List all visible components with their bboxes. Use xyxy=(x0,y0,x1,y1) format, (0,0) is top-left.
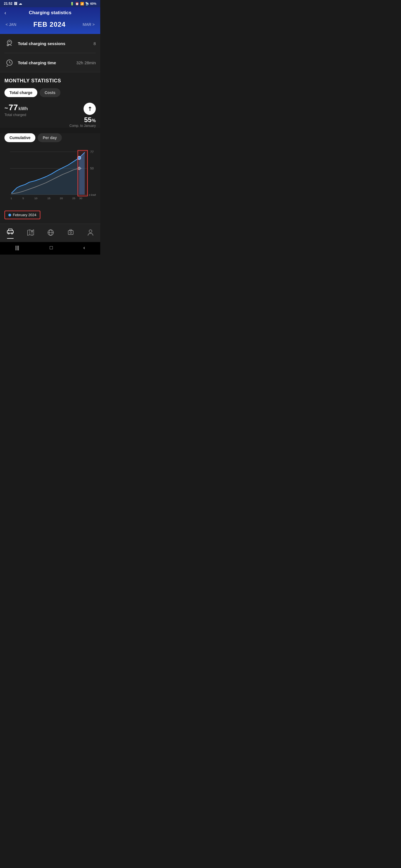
svg-text:50: 50 xyxy=(90,167,93,170)
svg-rect-34 xyxy=(69,229,72,230)
system-navigation-bar: ||| □ ‹ xyxy=(0,242,100,254)
chart-toggle-group: Cumulative Per day xyxy=(4,133,96,142)
chart-svg: 77 50 0 kWh 1 5 10 15 20 25 30 xyxy=(4,146,96,207)
time-stat-row: Total charging time 32h 28min xyxy=(4,53,96,72)
comparison-arrow-icon: ↗ xyxy=(86,105,94,113)
next-month-button[interactable]: MAR > xyxy=(83,22,95,27)
charge-unit: kWh xyxy=(18,106,28,111)
current-month-label: FEB 2024 xyxy=(33,21,66,28)
legend-item-feb2024: February 2024 xyxy=(4,211,40,219)
monthly-title: MONTHLY STATISTICS xyxy=(4,78,96,84)
chart-legend: February 2024 xyxy=(4,211,96,219)
chart-wrapper: 77 50 0 kWh 1 5 10 15 20 25 30 xyxy=(4,146,96,207)
charge-number: 77 xyxy=(9,103,18,112)
signal-icon: 📡 xyxy=(85,2,89,6)
svg-text:15: 15 xyxy=(47,197,51,200)
charge-amount-main: ~ 77 kWh xyxy=(4,103,28,112)
comparison-symbol: % xyxy=(92,118,96,123)
globe-icon xyxy=(47,229,54,238)
comparison-group: ↗ 55 % Comp. to January xyxy=(69,103,96,128)
comparison-badge: ↗ xyxy=(84,103,96,115)
battery-percent: 60% xyxy=(90,2,96,5)
legend-dot-feb2024 xyxy=(8,214,11,216)
comparison-number: 55 xyxy=(84,116,92,124)
nav-item-car[interactable] xyxy=(3,227,18,240)
service-icon xyxy=(67,229,74,238)
profile-icon xyxy=(87,229,94,238)
svg-text:1: 1 xyxy=(10,197,12,200)
car-icon xyxy=(6,228,14,236)
total-charge-tab[interactable]: Total charge xyxy=(4,88,37,97)
sessions-stat-row: Total charging sessions 8 xyxy=(4,34,96,53)
sessions-value: 8 xyxy=(93,41,96,46)
monthly-section: MONTHLY STATISTICS Total charge Costs ~ … xyxy=(0,72,100,128)
charge-stats: ~ 77 kWh Total charged ↗ 55 % Comp. to J… xyxy=(4,103,96,128)
month-navigation: < JAN FEB 2024 MAR > xyxy=(4,21,96,28)
comparison-percent-group: 55 % xyxy=(84,116,96,124)
svg-marker-15 xyxy=(79,152,85,195)
page-title: Charging statistics xyxy=(29,10,71,16)
svg-point-0 xyxy=(7,40,12,44)
chart-section: Cumulative Per day 77 50 0 kWh xyxy=(0,133,100,224)
wifi-icon: 📶 xyxy=(80,2,84,6)
charge-tilde: ~ xyxy=(4,104,8,112)
nav-item-service[interactable] xyxy=(64,228,78,239)
sessions-label: Total charging sessions xyxy=(18,41,65,46)
bottom-navigation xyxy=(0,224,100,242)
cumulative-tab[interactable]: Cumulative xyxy=(4,133,35,142)
svg-point-36 xyxy=(89,230,92,232)
costs-tab[interactable]: Costs xyxy=(39,88,60,97)
prev-month-button[interactable]: < JAN xyxy=(6,22,17,27)
svg-text:0 kWh: 0 kWh xyxy=(89,193,96,196)
photo-icon: 🖼 xyxy=(14,2,17,6)
svg-text:30: 30 xyxy=(79,197,82,200)
map-icon xyxy=(27,229,34,238)
time-label: Total charging time xyxy=(18,60,56,65)
status-right: 🔋 ⏰ 📶 📡 60% xyxy=(70,2,96,6)
nav-active-indicator xyxy=(7,238,13,239)
charge-sublabel: Total charged xyxy=(4,113,28,117)
status-bar: 21:52 🖼 ☁ 🔋 ⏰ 📶 📡 60% xyxy=(0,0,100,7)
svg-text:10: 10 xyxy=(34,197,37,200)
home-button[interactable]: □ xyxy=(50,245,53,251)
per-day-tab[interactable]: Per day xyxy=(37,133,62,142)
legend-label-feb2024: February 2024 xyxy=(13,213,36,217)
recents-button[interactable]: ||| xyxy=(15,245,19,251)
svg-marker-26 xyxy=(28,230,34,235)
svg-marker-11 xyxy=(11,152,85,195)
sessions-stat-left: Total charging sessions xyxy=(4,38,65,49)
stats-section: Total charging sessions 8 Total charging… xyxy=(0,34,100,72)
sessions-icon xyxy=(4,38,15,49)
svg-text:77: 77 xyxy=(90,150,93,154)
header: ‹ Charging statistics < JAN FEB 2024 MAR… xyxy=(0,7,100,34)
svg-text:25: 25 xyxy=(73,197,76,200)
back-system-button[interactable]: ‹ xyxy=(83,245,85,251)
svg-point-35 xyxy=(70,232,71,234)
time-value: 32h 28min xyxy=(76,60,96,65)
alarm-icon: ⏰ xyxy=(75,2,79,6)
back-button[interactable]: ‹ xyxy=(4,10,6,16)
svg-text:5: 5 xyxy=(23,197,24,200)
svg-text:20: 20 xyxy=(60,197,63,200)
nav-item-profile[interactable] xyxy=(84,228,97,239)
svg-rect-33 xyxy=(68,230,73,235)
svg-line-4 xyxy=(9,63,10,63)
comparison-label: Comp. to January xyxy=(69,124,96,128)
time-stat-left: Total charging time xyxy=(4,58,56,68)
battery-icon: 🔋 xyxy=(70,2,74,6)
time-icon xyxy=(4,58,15,68)
charge-amount-group: ~ 77 kWh Total charged xyxy=(4,103,28,117)
cloud-icon: ☁ xyxy=(19,2,22,6)
nav-item-globe[interactable] xyxy=(44,228,58,239)
header-title-row: ‹ Charging statistics xyxy=(4,10,96,16)
status-left: 21:52 🖼 ☁ xyxy=(4,2,22,6)
time-display: 21:52 xyxy=(4,2,12,6)
monthly-toggle-group: Total charge Costs xyxy=(4,88,96,97)
nav-item-map[interactable] xyxy=(24,228,37,239)
